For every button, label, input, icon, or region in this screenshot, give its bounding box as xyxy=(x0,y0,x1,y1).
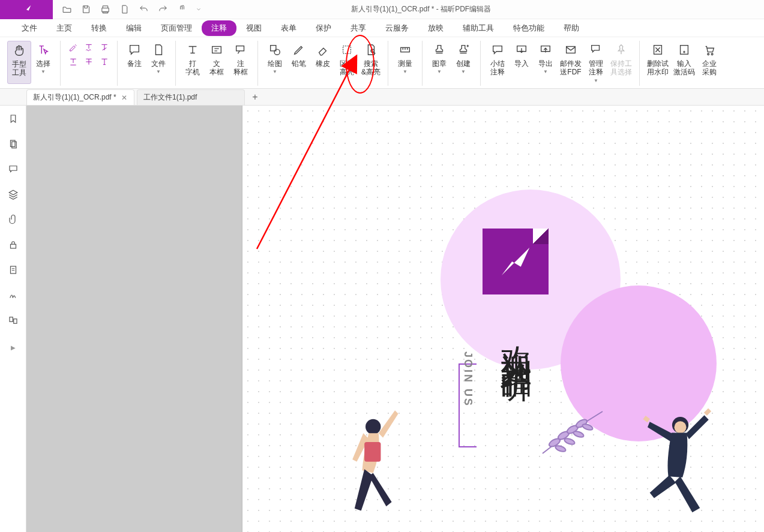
menu-special[interactable]: 特色功能 xyxy=(504,20,554,36)
insert-text-icon[interactable] xyxy=(98,56,111,67)
remove-watermark-button[interactable]: 删除试 用水印 xyxy=(645,41,671,84)
svg-rect-14 xyxy=(10,244,16,248)
measure-button[interactable]: 测量 ▼ xyxy=(393,41,417,84)
keep-tool-button[interactable]: 保持工 具选择 xyxy=(608,41,634,84)
mail-icon xyxy=(563,42,579,58)
signature-icon[interactable] xyxy=(7,289,19,301)
drawing-button[interactable]: 绘图 ▼ xyxy=(263,41,287,84)
undo-icon[interactable] xyxy=(138,4,149,15)
joinus-text: JOIN US xyxy=(462,351,474,407)
pencil-icon xyxy=(291,42,307,58)
replace-text-icon[interactable] xyxy=(98,42,111,53)
textbox-button[interactable]: 文 本框 xyxy=(205,41,229,84)
hand-grab-icon[interactable] xyxy=(176,4,187,15)
redo-icon[interactable] xyxy=(157,4,168,15)
hand-tool-button[interactable]: 手型 工具 xyxy=(7,41,31,84)
pages-icon[interactable] xyxy=(7,138,19,150)
ruler-icon xyxy=(397,42,413,58)
side-panel: ▶ xyxy=(0,106,26,532)
squiggly-icon[interactable] xyxy=(82,42,95,53)
menu-accessibility[interactable]: 辅助工具 xyxy=(453,20,504,36)
title-bar: 新人引导(1)(1)_OCR.pdf * - 福昕PDF编辑器 xyxy=(0,0,764,19)
underline-icon[interactable] xyxy=(67,56,80,67)
strikeout-icon[interactable] xyxy=(82,56,95,67)
close-icon[interactable]: ✕ xyxy=(121,94,127,102)
import-icon xyxy=(514,42,529,58)
create-stamp-button[interactable]: 创建 ▼ xyxy=(451,41,475,84)
svg-rect-16 xyxy=(10,317,13,322)
eraser-button[interactable]: 橡皮 xyxy=(311,41,335,84)
welcome-vertical-text: 欢迎来到福昕 xyxy=(495,321,537,350)
export-button[interactable]: 导出 ▼ xyxy=(534,41,558,84)
highlight-icon[interactable] xyxy=(67,42,80,53)
form-icon[interactable] xyxy=(7,264,19,276)
svg-rect-17 xyxy=(13,319,16,324)
menu-edit[interactable]: 编辑 xyxy=(116,20,151,36)
quick-access-toolbar xyxy=(53,4,210,15)
export-icon xyxy=(538,42,553,58)
menu-protect[interactable]: 保护 xyxy=(306,20,341,36)
svg-rect-7 xyxy=(567,47,576,53)
import-button[interactable]: 导入 xyxy=(510,41,534,84)
document-icon[interactable] xyxy=(119,4,130,15)
illustration-person-right xyxy=(627,405,717,527)
callout-button[interactable]: 注 释框 xyxy=(229,41,253,84)
menu-present[interactable]: 放映 xyxy=(418,20,453,36)
menubar: 文件 主页 转换 编辑 页面管理 注释 视图 表单 保护 共享 云服务 放映 辅… xyxy=(0,19,764,37)
add-tab-button[interactable]: + xyxy=(247,92,263,103)
menu-cloud[interactable]: 云服务 xyxy=(376,20,418,36)
qat-dropdown-icon[interactable] xyxy=(196,4,202,15)
enterprise-purchase-button[interactable]: 企业 采购 xyxy=(697,41,721,84)
stamp-icon xyxy=(432,42,447,58)
menu-help[interactable]: 帮助 xyxy=(554,20,589,36)
menu-convert[interactable]: 转换 xyxy=(82,20,116,36)
menu-form[interactable]: 表单 xyxy=(271,20,306,36)
note-button[interactable]: 备注 xyxy=(122,41,146,84)
viewport[interactable]: JOIN US 欢迎来到福昕 xyxy=(26,106,764,532)
svg-point-10 xyxy=(708,53,709,55)
textbox-icon xyxy=(209,42,224,58)
search-highlight-button[interactable]: 搜索 &高亮 xyxy=(359,41,383,84)
compare-icon[interactable] xyxy=(7,314,19,326)
menu-share[interactable]: 共享 xyxy=(341,20,376,36)
svg-point-22 xyxy=(555,444,567,453)
pencil-button[interactable]: 铅笔 xyxy=(287,41,311,84)
save-icon[interactable] xyxy=(80,4,91,15)
menu-file[interactable]: 文件 xyxy=(12,20,47,36)
illustration-person-left xyxy=(326,399,417,521)
svg-point-24 xyxy=(573,430,585,438)
bookmark-icon[interactable] xyxy=(7,113,19,125)
remove-watermark-icon xyxy=(650,42,666,58)
svg-rect-12 xyxy=(10,140,15,147)
menu-home[interactable]: 主页 xyxy=(47,20,82,36)
summarize-comments-button[interactable]: 小结 注释 xyxy=(486,41,510,84)
ribbon: 手型 工具 选择 ▼ 备注 文件 ▼ xyxy=(0,37,764,89)
attachments-icon[interactable] xyxy=(7,214,19,226)
menu-view[interactable]: 视图 xyxy=(236,20,271,36)
document-tab-active[interactable]: 新人引导(1)(1)_OCR.pdf * ✕ xyxy=(26,89,134,105)
area-highlight-button[interactable]: 区域 高亮 xyxy=(335,41,359,84)
security-icon[interactable] xyxy=(7,239,19,251)
select-button[interactable]: 选择 ▼ xyxy=(31,41,55,84)
print-icon[interactable] xyxy=(100,4,110,15)
enter-activation-code-button[interactable]: 输入 激活码 xyxy=(671,41,697,84)
cart-icon xyxy=(702,42,717,58)
doctab-label: 工作文件1(1).pdf xyxy=(143,92,197,103)
svg-point-25 xyxy=(582,423,594,431)
stamp-button[interactable]: 图章 ▼ xyxy=(427,41,451,84)
email-fdf-button[interactable]: 邮件发 送FDF xyxy=(558,41,584,84)
layers-icon[interactable] xyxy=(7,188,19,200)
document-tab[interactable]: 工作文件1(1).pdf xyxy=(137,89,245,105)
file-attachment-button[interactable]: 文件 ▼ xyxy=(146,41,170,84)
open-icon[interactable] xyxy=(61,4,72,15)
manage-comments-button[interactable]: 管理 注释 ▼ xyxy=(584,41,608,85)
note-icon xyxy=(127,42,142,58)
comments-panel-icon[interactable] xyxy=(7,163,19,175)
typewriter-button[interactable]: 打 字机 xyxy=(181,41,205,84)
key-doc-icon xyxy=(676,42,692,58)
expand-panel-icon[interactable]: ▶ xyxy=(11,344,16,351)
file-icon xyxy=(151,42,166,58)
menu-comment[interactable]: 注释 xyxy=(202,20,236,36)
menu-page[interactable]: 页面管理 xyxy=(151,20,202,36)
comments-icon xyxy=(588,42,604,58)
